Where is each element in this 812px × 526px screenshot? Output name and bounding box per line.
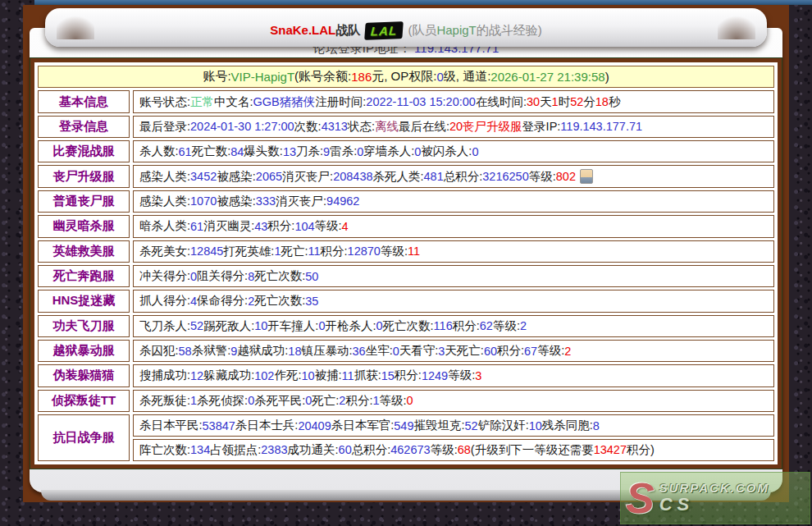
stat-segment: 84	[230, 145, 244, 158]
stat-segment: 4	[190, 295, 197, 308]
row-content: 杀囚犯: 58 杀狱警: 9 越狱成功: 18 镇压暴动: 36 坐牢: 0天 …	[133, 340, 774, 362]
stat-segment: 被感染:	[217, 169, 256, 185]
stat-segment: 穿墙杀人:	[363, 144, 414, 159]
stat-segment: 186	[351, 70, 372, 84]
table-row: 丧尸升级服感染人类: 3452 被感染: 2065 消灭丧尸: 208438 杀…	[38, 165, 774, 187]
row-label: 丧尸升级服	[38, 165, 130, 187]
stat-segment: 杀日本士兵:	[235, 418, 299, 433]
stat-segment: 被感染:	[217, 194, 256, 209]
stat-segment: 15	[381, 369, 395, 382]
stat-segment: 天	[445, 343, 457, 359]
row-label: 普通丧尸服	[38, 190, 130, 213]
team-name-en: SnaKe.LAL	[270, 23, 335, 37]
stat-segment: 消灭丧尸:	[282, 169, 333, 185]
account-header-cell: 账号: VIP-HapigT(账号余额: 186元, OP权限: 0级, 通道:…	[38, 66, 774, 88]
stat-segment: 53847	[203, 419, 235, 432]
stat-segment: 3216250	[482, 170, 528, 183]
subtitle-prefix: (队员	[408, 23, 436, 37]
table-row: 功夫飞刀服飞刀杀人: 52 踢死敌人: 10 开车撞人: 0 开枪杀人: 0 死…	[38, 315, 774, 337]
stat-segment: 越狱成功:	[237, 343, 288, 359]
stat-segment: 秒	[609, 94, 621, 110]
row-content: 杀死美女: 12845 打死英雄: 1 死亡: 11 积分: 12870 等级:…	[133, 240, 774, 263]
table-row: 死亡奔跑服冲关得分: 0 阻关得分: 8 死亡次数: 50	[38, 265, 774, 287]
stats-table-frame: 账号: VIP-HapigT(账号余额: 186元, OP权限: 0级, 通道:…	[30, 58, 782, 469]
stat-segment: 杀日本军官:	[331, 418, 395, 433]
watermark-site-text: SURPACK.COM	[659, 482, 769, 496]
stat-segment: 52	[464, 419, 477, 432]
table-row: 侦探叛徒TT杀死叛徒: 1 杀死侦探: 0 杀死平民: 0 死亡: 2 积分: …	[38, 390, 774, 412]
stat-segment: 最后登录:	[139, 119, 190, 135]
stat-segment: 4313	[322, 120, 348, 133]
stat-segment: 0	[393, 345, 399, 358]
table-row: 比赛混战服杀人数: 61 死亡数: 84 爆头数: 13 刀杀: 9 雷杀: 0…	[38, 140, 774, 162]
stat-segment: 占领据点:	[210, 442, 261, 458]
stat-segment: VIP-HapigT	[231, 70, 295, 84]
stat-segment: 杀死美女:	[139, 244, 190, 259]
stat-segment: 杀狱警:	[192, 343, 231, 359]
stat-segment: 被闪杀人:	[421, 144, 472, 159]
stat-segment: 冲关得分:	[139, 268, 190, 284]
row-content: 杀人数: 61 死亡数: 84 爆头数: 13 刀杀: 9 雷杀: 0 穿墙杀人…	[133, 140, 774, 162]
stat-segment: 52	[190, 319, 203, 332]
stat-segment: 死亡次数:	[254, 293, 305, 309]
stat-segment: 等级:	[448, 368, 475, 383]
stat-segment: 在线时间:	[476, 94, 527, 110]
row-label: 抗日战争服	[38, 414, 130, 461]
account-header-row: 账号: VIP-HapigT(账号余额: 186元, OP权限: 0级, 通道:…	[38, 66, 774, 88]
stat-segment: 802	[556, 170, 576, 183]
stat-segment: 等级:	[493, 318, 520, 334]
stat-segment: 积分:	[267, 218, 294, 234]
stat-segment: 消灭幽灵:	[203, 218, 254, 234]
stat-segment: 感染人类:	[139, 194, 190, 209]
stat-segment: 飞刀杀人:	[139, 318, 190, 334]
watermark-s-icon: S	[626, 477, 655, 519]
stat-segment: 102	[254, 369, 274, 382]
row-content: 账号状态: 正常 中文名: GGB猪猪侠 注册时间: 2022-11-03 15…	[133, 90, 774, 112]
stat-segment: GGB猪猪侠	[253, 94, 316, 110]
stat-segment: 43	[254, 220, 267, 233]
row-content: 抓人得分: 4 保命得分: 2 死亡次数: 35	[133, 290, 774, 312]
stat-segment: 账号:	[203, 69, 230, 85]
stat-segment: 消灭丧尸:	[276, 194, 326, 209]
row-label: 英雄救美服	[38, 240, 130, 263]
stat-segment: 打死英雄:	[223, 244, 274, 259]
stat-segment: 分	[583, 94, 595, 110]
stat-segment: 462673	[390, 443, 430, 456]
stat-segment: 3	[475, 369, 481, 382]
stat-segment: 注册时间:	[315, 94, 366, 110]
stats-table: 账号: VIP-HapigT(账号余额: 186元, OP权限: 0级, 通道:…	[30, 57, 782, 469]
row-label: 死亡奔跑服	[38, 265, 130, 287]
stat-segment: 看守:	[411, 343, 438, 359]
stat-segment: 次数:	[294, 119, 322, 135]
stat-segment: 抓人得分:	[139, 293, 190, 309]
stat-segment: 杀人数:	[139, 144, 179, 159]
row-content: 感染人类: 3452 被感染: 2065 消灭丧尸: 208438 杀死人类: …	[133, 165, 774, 187]
stat-segment: 208438	[333, 170, 372, 183]
row-content: 飞刀杀人: 52 踢死敌人: 10 开车撞人: 0 开枪杀人: 0 死亡次数: …	[133, 315, 774, 337]
stat-segment: 1249	[422, 369, 448, 382]
stat-segment: 0	[436, 70, 443, 84]
stat-segment: 1070	[190, 194, 217, 208]
stat-segment: 积分:	[395, 368, 422, 383]
stat-segment: 摧毁坦克:	[413, 418, 464, 433]
stat-segment: 2	[520, 319, 527, 332]
stat-segment: 2026-01-27 21:39:58	[490, 70, 604, 84]
stat-segment: 18	[288, 345, 301, 358]
stat-segment: 134	[190, 443, 210, 456]
row-label: 幽灵暗杀服	[38, 215, 130, 237]
stat-segment: 正常	[190, 94, 214, 110]
stat-segment: 感染人类:	[139, 169, 190, 185]
stat-segment: 1	[190, 394, 197, 407]
watermark-logo: S SURPACK.COM CS	[620, 472, 810, 524]
row-label: 功夫飞刀服	[38, 315, 130, 337]
stat-segment: 62	[480, 319, 493, 332]
table-row: 普通丧尸服感染人类: 1070 被感染: 333 消灭丧尸: 94962	[38, 190, 774, 213]
stat-segment: 死亡:	[312, 393, 339, 409]
row-content: 杀死叛徒: 1 杀死侦探: 0 杀死平民: 0 死亡: 2 积分: 1 等级: …	[133, 390, 774, 412]
stat-segment: 暗杀人类:	[139, 218, 190, 234]
stat-segment: 积分)	[627, 442, 655, 458]
stat-segment: 积分:	[497, 343, 524, 359]
stat-segment: 94962	[326, 194, 359, 208]
row-content: 阵亡次数: 134 占领据点: 2383 成功通关: 60 总积分: 46267…	[133, 439, 774, 461]
stat-segment: 等级:	[381, 244, 408, 259]
